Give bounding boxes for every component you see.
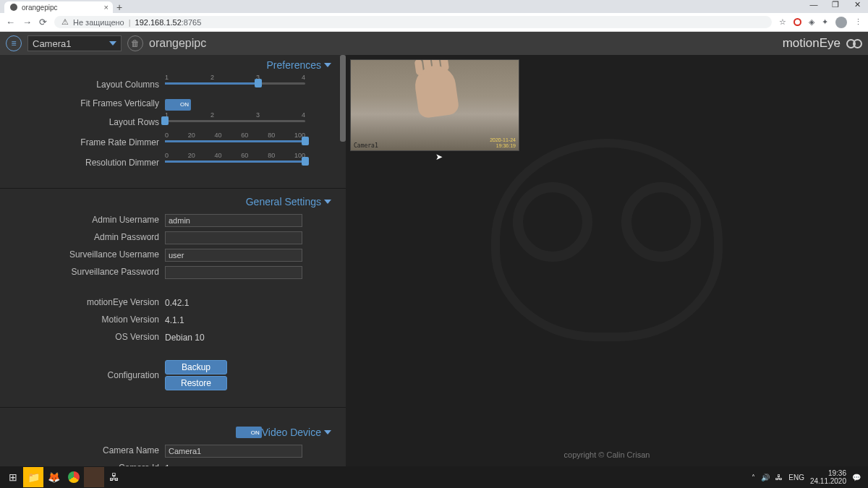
nav-reload-icon[interactable]: ⟳ (39, 17, 47, 27)
surv-username-label: Surveillance Username (0, 249, 165, 260)
admin-password-label: Admin Password (0, 232, 165, 242)
frame-rate-dimmer-label: Frame Rate Dimmer (0, 137, 165, 147)
taskbar-app-2[interactable]: 🖧 (104, 467, 124, 487)
surv-password-input[interactable] (165, 266, 302, 279)
owl-watermark (484, 132, 730, 348)
camera-name-input[interactable] (165, 445, 302, 458)
insecure-label: Не защищено (73, 18, 124, 27)
resolution-dimmer-label: Resolution Dimmer (0, 158, 165, 168)
insecure-icon: ⚠ (61, 17, 69, 27)
tray-notifications-icon[interactable]: 💬 (852, 474, 861, 481)
layout-columns-slider[interactable]: 1234 (165, 75, 305, 94)
taskbar-chrome[interactable] (64, 467, 84, 487)
taskbar-firefox[interactable]: 🦊 (43, 467, 64, 487)
feed-camera-label: Camera1 (354, 142, 378, 149)
tab-title: orangepipc (22, 4, 57, 12)
layout-rows-label: Layout Rows (0, 117, 165, 127)
chevron-down-icon (324, 430, 331, 435)
section-video-device-header[interactable]: ON Video Device (0, 422, 346, 441)
brand-name: motionEye (783, 36, 841, 51)
camera-feed[interactable]: Camera1 2020-11-2419:36:19 (350, 59, 519, 151)
tray-expand-icon[interactable]: ˄ (752, 474, 755, 481)
motioneye-version-label: motionEye Version (0, 297, 165, 307)
taskbar-app-1[interactable] (84, 467, 104, 487)
url-host: 192.168.1.52 (135, 18, 182, 27)
admin-username-label: Admin Username (0, 215, 165, 225)
copyright: copyright © Calin Crisan (346, 450, 868, 459)
section-preferences-header[interactable]: Preferences (0, 55, 346, 74)
layout-rows-slider[interactable]: 1234 (165, 113, 305, 132)
fit-frames-toggle[interactable]: ON (165, 99, 191, 111)
close-tab-icon[interactable]: × (104, 3, 109, 12)
camera-name-label: Camera Name (0, 445, 165, 455)
window-close[interactable]: ✕ (846, 0, 868, 13)
extensions-menu-icon[interactable]: ✦ (822, 17, 828, 27)
tray-volume-icon[interactable]: 🔊 (761, 474, 770, 481)
restore-button[interactable]: Restore (165, 376, 227, 390)
chevron-down-icon (324, 63, 331, 67)
owl-logo-icon (846, 37, 862, 50)
backup-button[interactable]: Backup (165, 360, 227, 374)
delete-camera-button[interactable]: 🗑 (127, 35, 143, 51)
admin-password-input[interactable] (165, 231, 302, 244)
menu-icon[interactable]: ⋮ (854, 17, 862, 27)
scrollbar[interactable] (340, 55, 346, 142)
camera-select[interactable]: Camera1 (27, 35, 122, 51)
surv-username-input[interactable] (165, 249, 302, 262)
layout-columns-label: Layout Columns (0, 80, 165, 90)
os-version-value: Debian 10 (165, 333, 205, 343)
configuration-label: Configuration (0, 370, 165, 380)
motion-version-value: 4.1.1 (165, 315, 184, 325)
surv-password-label: Surveillance Password (0, 267, 165, 277)
chevron-down-icon (109, 41, 116, 46)
resolution-dimmer-slider[interactable]: 020406080100 (165, 153, 305, 172)
window-maximize[interactable]: ❐ (825, 0, 846, 13)
feed-timestamp: 2020-11-2419:36:19 (490, 137, 516, 149)
url-port: :8765 (182, 18, 202, 27)
admin-username-input[interactable] (165, 214, 302, 227)
nav-back-icon[interactable]: ← (6, 17, 15, 27)
tray-clock[interactable]: 19:36 24.11.2020 (810, 469, 846, 485)
section-general-header[interactable]: General Settings (0, 192, 346, 210)
start-button[interactable]: ⊞ (3, 467, 23, 487)
star-icon[interactable]: ☆ (779, 17, 786, 27)
hostname-label: orangepipc (149, 37, 206, 50)
window-minimize[interactable]: — (803, 0, 825, 13)
video-device-toggle[interactable]: ON (236, 427, 262, 438)
motioneye-version-value: 0.42.1 (165, 298, 189, 308)
fit-frames-label: Fit Frames Vertically (0, 98, 165, 108)
tray-lang[interactable]: ENG (788, 474, 804, 481)
cursor-icon: ➤ (435, 152, 443, 162)
favicon (10, 4, 17, 11)
address-bar[interactable]: ⚠ Не защищено | 192.168.1.52:8765 (54, 16, 772, 28)
menu-toggle-button[interactable]: ≡ (6, 35, 22, 51)
os-version-label: OS Version (0, 332, 165, 342)
extension-icon-2[interactable]: ◈ (809, 17, 814, 27)
nav-forward-icon[interactable]: → (22, 17, 32, 27)
new-tab-button[interactable]: + (113, 1, 126, 13)
chevron-down-icon (324, 200, 331, 204)
camera-select-value: Camera1 (33, 38, 71, 49)
taskbar-explorer[interactable]: 📁 (23, 467, 43, 487)
motion-version-label: Motion Version (0, 314, 165, 325)
profile-avatar[interactable] (835, 17, 847, 28)
extension-icon-1[interactable] (793, 18, 801, 26)
camera-id-value: 1 (165, 463, 170, 466)
camera-id-label: Camera Id (0, 463, 165, 466)
browser-tab[interactable]: orangepipc × (4, 1, 113, 13)
tray-network-icon[interactable]: 🖧 (775, 474, 783, 481)
frame-rate-dimmer-slider[interactable]: 020406080100 (165, 133, 305, 152)
